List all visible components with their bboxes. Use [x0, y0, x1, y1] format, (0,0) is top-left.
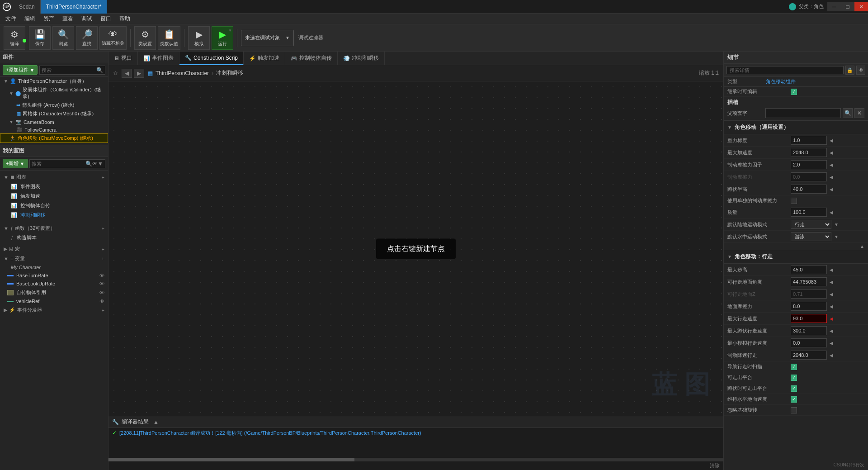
slots-input[interactable] — [765, 108, 841, 118]
max-accel-arrow[interactable]: ◀ — [830, 150, 833, 155]
brake-friction-factor-input[interactable] — [791, 160, 827, 169]
general-settings-header[interactable]: ▼ 角色移动（通用设置） — [724, 120, 868, 134]
maintain-horiz-speed-checkbox[interactable]: ✓ — [791, 396, 797, 403]
menu-help[interactable]: 帮助 — [116, 14, 134, 24]
functions-category[interactable]: ▼ ƒ 函数（32可覆盖） + — [0, 223, 108, 233]
graph-dash[interactable]: 📊 冲刺和瞬移 — [0, 210, 108, 220]
var-base-lookup[interactable]: BaseLookUpRate 👁 — [0, 280, 108, 288]
save-button[interactable]: 💾 保存 — [29, 26, 51, 50]
graph-trigger-accel[interactable]: 📊 触发加速 — [0, 191, 108, 201]
tab-viewport[interactable]: 🖥 视口 — [108, 52, 138, 65]
tree-capsule[interactable]: ▼ ⬤ 胶囊体组件（CollisionCylinder）(继承) — [0, 85, 108, 101]
maximize-button[interactable]: □ — [841, 2, 854, 11]
brake-decel-walk-input[interactable] — [791, 351, 827, 360]
max-accel-input[interactable] — [791, 148, 827, 157]
add-component-button[interactable]: +添加组件 ▼ — [3, 65, 38, 75]
var-self-ref[interactable]: 自传物体引用 👁 — [0, 288, 108, 297]
graph-event-chart[interactable]: 📊 事件图表 — [0, 182, 108, 191]
breadcrumb-forward-button[interactable]: ▶ — [134, 69, 144, 78]
minimize-button[interactable]: ─ — [827, 2, 841, 11]
debug-filter-button[interactable]: 未选在调试对象 ▼ — [241, 30, 294, 46]
functions-add[interactable]: + — [102, 226, 104, 231]
run-button[interactable]: ▶ 运行 ▼ — [212, 26, 233, 50]
tree-root[interactable]: ▼ 👤 ThirdPersonCharacter（自身） — [0, 77, 108, 85]
crouch-half-height-arrow[interactable]: ◀ — [830, 187, 833, 192]
tab-thirdperson[interactable]: ThirdPersonCharacter* — [41, 0, 108, 14]
menu-edit[interactable]: 编辑 — [21, 14, 39, 24]
var-base-turn[interactable]: BaseTurnRate 👁 — [0, 271, 108, 280]
breadcrumb-root[interactable]: ThirdPersonCharacter — [156, 70, 209, 76]
macros-add[interactable]: + — [102, 247, 104, 252]
compiler-scrollbar[interactable] — [108, 458, 723, 461]
max-crouch-walk-speed-arrow[interactable]: ◀ — [830, 328, 833, 333]
tree-camera-boom[interactable]: ▼ 📷 CameraBoom — [0, 118, 108, 126]
brake-friction-factor-arrow[interactable]: ◀ — [830, 162, 833, 167]
brake-friction-input[interactable] — [791, 172, 827, 181]
gravity-arrow[interactable]: ◀ — [830, 138, 833, 143]
general-collapse-arrow[interactable]: ▲ — [860, 244, 864, 249]
close-button[interactable]: ✕ — [854, 2, 868, 11]
ground-friction-arrow[interactable]: ◀ — [830, 304, 833, 309]
walkable-z-input[interactable] — [791, 290, 827, 299]
lock-icon-button[interactable]: 🔒 — [845, 66, 854, 75]
eye-icon-button[interactable]: 👁 — [856, 66, 865, 75]
menu-view[interactable]: 查看 — [59, 14, 77, 24]
breadcrumb-back-button[interactable]: ◀ — [122, 69, 132, 78]
browse-button[interactable]: 🔍 浏览 — [52, 26, 74, 50]
nav-sweep-checkbox[interactable]: ✓ — [791, 364, 797, 370]
ground-friction-input[interactable] — [791, 302, 827, 311]
gravity-input[interactable] — [791, 136, 827, 145]
menu-file[interactable]: 文件 — [2, 14, 20, 24]
max-crouch-walk-speed-input[interactable] — [791, 326, 827, 335]
event-dispatchers-category[interactable]: ▶ ⚡ 事件分发器 + — [0, 305, 108, 315]
bookmark-icon[interactable]: ☆ — [113, 70, 118, 76]
max-step-height-arrow[interactable]: ◀ — [830, 267, 833, 272]
min-analog-walk-speed-input[interactable] — [791, 338, 827, 347]
variables-category[interactable]: ▼ ≡ 变量 + — [0, 254, 108, 263]
max-walk-speed-input[interactable] — [791, 314, 827, 323]
details-search-input[interactable] — [726, 66, 844, 74]
walk-settings-header[interactable]: ▼ 角色移动：行走 — [724, 250, 868, 264]
default-water-mode-select[interactable]: 游泳 — [791, 232, 831, 241]
brake-friction-arrow[interactable]: ◀ — [830, 175, 833, 180]
tab-control-auto[interactable]: 🎮 控制物体自传 — [285, 52, 338, 65]
blueprint-search-input[interactable] — [32, 161, 85, 166]
component-search-input[interactable] — [42, 67, 96, 73]
tab-dash[interactable]: 💨 冲刺和瞬移 — [338, 52, 385, 65]
canvas-area[interactable]: 点击右键新建节点 蓝 图 — [108, 81, 723, 416]
mass-arrow[interactable]: ◀ — [830, 210, 833, 215]
slots-search-button[interactable]: 🔍 — [843, 108, 853, 118]
tree-follow-camera[interactable]: 🎥 FollowCamera — [0, 126, 108, 133]
tree-arrow-comp[interactable]: ➡ 箭头组件 (Arrow) (继承) — [0, 101, 108, 109]
inherit-editable-checkbox[interactable]: ✓ — [791, 89, 797, 95]
walkable-angle-arrow[interactable]: ◀ — [830, 280, 833, 285]
find-button[interactable]: 🔎 直找 — [76, 26, 98, 50]
graph-control[interactable]: 📊 控制物体自传 — [0, 201, 108, 210]
default-values-button[interactable]: 📋 类默认值 — [158, 26, 180, 50]
compiler-scrollbar-thumb[interactable] — [108, 458, 354, 461]
new-button[interactable]: +新增 ▼ — [3, 159, 28, 168]
class-settings-button[interactable]: ⚙ 类设置 — [134, 26, 156, 50]
hide-unrelated-button[interactable]: 👁 隐藏不相关 — [99, 26, 127, 50]
max-step-height-input[interactable] — [791, 265, 827, 274]
default-land-mode-select[interactable]: 行走 — [791, 220, 831, 229]
variables-add[interactable]: + — [102, 256, 104, 261]
graphs-add[interactable]: + — [102, 175, 104, 180]
mass-input[interactable] — [791, 208, 827, 217]
tab-trigger-accel[interactable]: ⚡ 触发加速 — [244, 52, 285, 65]
tab-construction-script[interactable]: 🔧 Construction Scrip — [179, 52, 244, 65]
blueprint-search[interactable]: 🔍 👁 ▼ — [29, 159, 105, 168]
tab-event-chart[interactable]: 📊 事件图表 — [138, 52, 179, 65]
menu-window[interactable]: 窗口 — [97, 14, 115, 24]
walkable-z-arrow[interactable]: ◀ — [830, 292, 833, 297]
crouch-half-height-input[interactable] — [791, 185, 827, 194]
walkable-angle-input[interactable] — [791, 277, 827, 286]
slots-clear-button[interactable]: ✕ — [854, 108, 864, 118]
min-analog-walk-speed-arrow[interactable]: ◀ — [830, 341, 833, 346]
can-walk-off-checkbox[interactable]: ✓ — [791, 375, 797, 381]
max-walk-speed-arrow[interactable]: ◀ — [830, 316, 833, 321]
menu-debug[interactable]: 调试 — [78, 14, 96, 24]
var-vehicle-ref[interactable]: vehicleRef 👁 — [0, 297, 108, 305]
graph-category-graphs[interactable]: ▼ ◼ 图表 + — [0, 172, 108, 182]
menu-asset[interactable]: 资产 — [40, 14, 58, 24]
